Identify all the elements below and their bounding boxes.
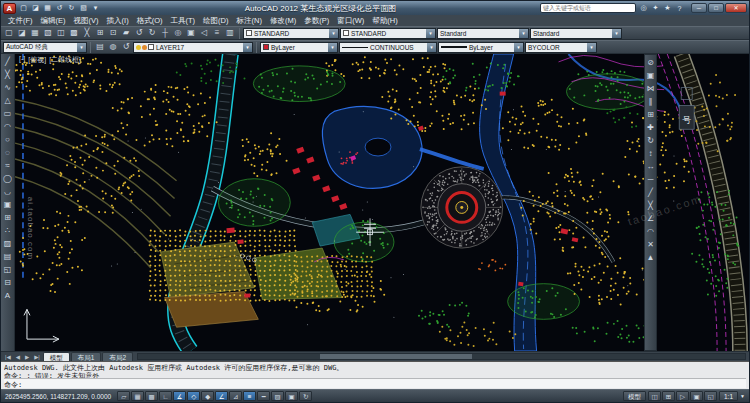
chevron-down-icon[interactable] bbox=[427, 43, 436, 52]
draw-region-icon[interactable]: ◱ bbox=[2, 264, 14, 276]
tab-nav-next[interactable]: ▶ bbox=[23, 354, 31, 360]
properties-icon[interactable]: ≡ bbox=[211, 27, 223, 39]
open-icon[interactable]: ◪ bbox=[30, 3, 41, 13]
publish-icon[interactable]: ▩ bbox=[68, 27, 80, 39]
chevron-down-icon[interactable] bbox=[426, 29, 435, 38]
model-tab-2[interactable]: 布局2 bbox=[102, 352, 133, 361]
menu-item-1[interactable]: 编辑(E) bbox=[37, 16, 70, 26]
modify-trim-icon[interactable]: ╱ bbox=[645, 187, 657, 199]
command-window[interactable]: Autodesk DWG. 此文件上次由 Autodesk 应用程序或 Auto… bbox=[1, 361, 749, 389]
communication-center-icon[interactable]: ✦ bbox=[650, 3, 661, 13]
command-prompt[interactable]: 命令: bbox=[4, 378, 746, 388]
draw-insert-block-icon[interactable]: ▣ bbox=[2, 199, 14, 211]
zoom-window-icon[interactable]: ▣ bbox=[185, 27, 197, 39]
menu-item-11[interactable]: 帮助(H) bbox=[368, 16, 401, 26]
paste-icon[interactable]: ⊡ bbox=[107, 27, 119, 39]
lineweight-combo[interactable]: ByLayer bbox=[438, 42, 524, 53]
viewport-visual-style-button[interactable]: [二维线框] bbox=[49, 55, 81, 65]
pan-icon[interactable]: ┼ bbox=[159, 27, 171, 39]
chevron-down-icon[interactable] bbox=[587, 43, 596, 52]
status-toggle-otrack[interactable]: ∠ bbox=[215, 391, 228, 401]
menu-item-7[interactable]: 标注(N) bbox=[233, 16, 266, 26]
draw-polyline-icon[interactable]: ∿ bbox=[2, 82, 14, 94]
linetype-combo[interactable]: CONTINUOUS bbox=[339, 42, 437, 53]
draw-ellipse-icon[interactable]: ◯ bbox=[2, 173, 14, 185]
redo-icon[interactable]: ↻ bbox=[146, 27, 158, 39]
zoom-previous-icon[interactable]: ◁ bbox=[198, 27, 210, 39]
model-tab-1[interactable]: 布局1 bbox=[71, 352, 102, 361]
tab-nav-prev[interactable]: ◀ bbox=[14, 354, 22, 360]
undo-icon[interactable]: ↺ bbox=[54, 3, 65, 13]
draw-table-icon[interactable]: ⊟ bbox=[2, 277, 14, 289]
chevron-down-icon[interactable] bbox=[519, 29, 528, 38]
draw-construction-line-icon[interactable]: ╳ bbox=[2, 69, 14, 81]
minimize-button[interactable]: ─ bbox=[691, 3, 707, 13]
tab-nav-first[interactable]: |◀ bbox=[3, 354, 13, 360]
modify-rotate-icon[interactable]: ↻ bbox=[645, 135, 657, 147]
menu-item-9[interactable]: 参数(P) bbox=[300, 16, 333, 26]
mleader-style-combo[interactable]: Standard bbox=[530, 28, 622, 39]
plot-preview-icon[interactable]: ◫ bbox=[55, 27, 67, 39]
draw-multiline-text-icon[interactable]: A bbox=[2, 290, 14, 302]
maximize-button[interactable]: □ bbox=[708, 3, 724, 13]
draw-ellipse-arc-icon[interactable]: ◡ bbox=[2, 186, 14, 198]
save-icon[interactable]: ▦ bbox=[29, 27, 41, 39]
modify-erase-icon[interactable]: ⊘ bbox=[645, 57, 657, 69]
menu-item-0[interactable]: 文件(F) bbox=[4, 16, 37, 26]
status-toggle-infer[interactable]: ▱ bbox=[117, 391, 130, 401]
quick-view-drawings-icon[interactable]: ⊞ bbox=[662, 391, 675, 401]
status-toggle-dyn[interactable]: ≡ bbox=[243, 391, 256, 401]
chevron-down-icon[interactable] bbox=[514, 43, 523, 52]
modify-explode-icon[interactable]: ✕ bbox=[645, 239, 657, 251]
modify-mirror-icon[interactable]: ⋈ bbox=[645, 83, 657, 95]
tab-nav-last[interactable]: ▶| bbox=[32, 354, 42, 360]
status-toggle-sc[interactable]: ↻ bbox=[299, 391, 312, 401]
new-icon[interactable]: ▢ bbox=[3, 27, 15, 39]
status-toggle-polar[interactable]: ∡ bbox=[173, 391, 186, 401]
cut-icon[interactable]: ╳ bbox=[81, 27, 93, 39]
menu-item-8[interactable]: 修改(M) bbox=[266, 16, 300, 26]
horizontal-scrollbar[interactable] bbox=[137, 353, 746, 360]
quick-view-layouts-icon[interactable]: ◫ bbox=[648, 391, 661, 401]
chevron-down-icon[interactable] bbox=[77, 43, 86, 52]
save-icon[interactable]: ▦ bbox=[42, 3, 53, 13]
drawing-canvas[interactable]: [-] [俯视] [二维线框] ai.taobao.com taobao.com bbox=[15, 54, 749, 351]
draw-point-icon[interactable]: ∴ bbox=[2, 225, 14, 237]
redo-icon[interactable]: ↻ bbox=[66, 3, 77, 13]
zoom-realtime-icon[interactable]: ◎ bbox=[172, 27, 184, 39]
status-toggle-tpy[interactable]: ▨ bbox=[271, 391, 284, 401]
favorites-icon[interactable]: ★ bbox=[662, 3, 673, 13]
menu-item-4[interactable]: 格式(O) bbox=[133, 16, 167, 26]
menu-item-10[interactable]: 窗口(W) bbox=[333, 16, 368, 26]
draw-revision-cloud-icon[interactable]: ◌ bbox=[2, 147, 14, 159]
clean-screen-icon[interactable]: ◱ bbox=[704, 391, 717, 401]
status-toggle-qp[interactable]: ▣ bbox=[285, 391, 298, 401]
modify-array-icon[interactable]: ⊞ bbox=[645, 109, 657, 121]
layer-previous-icon[interactable]: ↺ bbox=[120, 41, 132, 53]
status-toggle-3dosnap[interactable]: ◆ bbox=[201, 391, 214, 401]
modify-move-icon[interactable]: ✚ bbox=[645, 122, 657, 134]
layer-properties-icon[interactable]: ▤ bbox=[94, 41, 106, 53]
color-combo[interactable]: ByLayer bbox=[260, 42, 338, 53]
modify-fillet-icon[interactable]: ◠ bbox=[645, 226, 657, 238]
model-space-button[interactable]: 模型 bbox=[623, 391, 646, 401]
draw-make-block-icon[interactable]: ⊞ bbox=[2, 212, 14, 224]
draw-line-icon[interactable]: ╱ bbox=[2, 56, 14, 68]
designcenter-icon[interactable]: ▥ bbox=[224, 27, 236, 39]
match-properties-icon[interactable]: ▰ bbox=[120, 27, 132, 39]
title-bar[interactable]: A ▢◪▦↺↻▧▾ AutoCAD 2012 某生态观光区绿化总平面图 ◎✦★?… bbox=[1, 1, 749, 15]
cad-drawing[interactable]: 号 bbox=[15, 54, 749, 351]
modify-lengthen-icon[interactable]: ─ bbox=[645, 174, 657, 186]
menu-item-3[interactable]: 插入(I) bbox=[103, 16, 133, 26]
modify-offset-icon[interactable]: ∥ bbox=[645, 96, 657, 108]
dim-style-combo[interactable]: STANDARD bbox=[340, 28, 436, 39]
modify-join-icon[interactable]: ▲ bbox=[645, 252, 657, 264]
status-toggle-grid[interactable]: ▩ bbox=[145, 391, 158, 401]
modify-scale-icon[interactable]: ↕ bbox=[645, 148, 657, 160]
close-button[interactable]: ✕ bbox=[725, 3, 747, 13]
draw-rectangle-icon[interactable]: ▭ bbox=[2, 108, 14, 120]
make-object-layer-current-icon[interactable]: ◍ bbox=[107, 41, 119, 53]
workspace-combo[interactable]: AutoCAD 经典 bbox=[3, 42, 87, 53]
app-logo[interactable]: A bbox=[3, 3, 16, 14]
draw-arc-icon[interactable]: ◠ bbox=[2, 121, 14, 133]
